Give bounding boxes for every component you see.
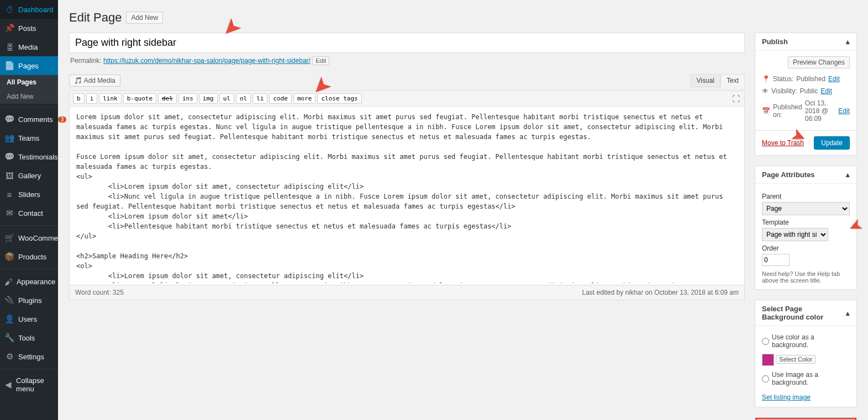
toolbar-li[interactable]: li (252, 93, 267, 104)
attrs-head[interactable]: Page Attributes▴ (755, 166, 856, 184)
permalink-edit-button[interactable]: Edit (312, 56, 329, 65)
menu-icon: 📌 (4, 23, 14, 33)
template-label: Template (762, 219, 850, 226)
toolbar-b-quote[interactable]: b-quote (123, 93, 156, 104)
menu-icon: ⚙ (4, 352, 14, 361)
sidebar-item-sliders[interactable]: ≡Sliders (0, 185, 58, 204)
menu-label: Contact (18, 209, 43, 217)
toolbar-code[interactable]: code (269, 93, 292, 104)
media-icon: 🎵 (74, 77, 82, 84)
sidebar-item-posts[interactable]: 📌Posts (0, 19, 58, 38)
bg-opt2-label: Use Image as a background. (772, 371, 850, 386)
preview-changes-button[interactable]: Preview Changes (788, 56, 850, 68)
order-input[interactable] (762, 254, 790, 266)
toolbar-b[interactable]: b (73, 93, 85, 104)
menu-label: Tools (18, 334, 35, 342)
update-button[interactable]: Update (814, 136, 850, 150)
visibility-value: Public (799, 87, 818, 95)
page-heading: Edit Page (69, 10, 122, 25)
bg-image-radio[interactable] (762, 375, 769, 382)
menu-label: Teams (18, 134, 39, 142)
submenu-add-new[interactable]: Add New (0, 89, 58, 104)
toggle-icon: ▴ (846, 171, 850, 179)
published-edit-link[interactable]: Edit (838, 107, 850, 115)
status-edit-link[interactable]: Edit (828, 75, 840, 83)
publish-title: Publish (762, 38, 788, 46)
sidebar-item-contact[interactable]: ✉Contact (0, 204, 58, 222)
toolbar-ul[interactable]: ul (219, 93, 234, 104)
menu-label: Media (18, 43, 38, 51)
sidebar-item-comments[interactable]: 💬Comments3 (0, 110, 58, 129)
permalink-row: Permalink: https://luzuk.com/demo/nikhar… (69, 53, 745, 68)
featured-head[interactable]: Featured Image▴ (755, 418, 856, 420)
toolbar-ins[interactable]: ins (178, 93, 197, 104)
toolbar-del[interactable]: del (158, 93, 177, 104)
published-value: Oct 13, 2018 @ 06:09 (805, 99, 836, 123)
toolbar-img[interactable]: img (199, 93, 218, 104)
menu-icon: 🛒 (4, 233, 14, 243)
toolbar-more[interactable]: more (293, 93, 316, 104)
status-value: Published (796, 75, 825, 83)
bg-color-radio[interactable] (762, 338, 769, 345)
published-label: Published on: (773, 103, 802, 119)
menu-label: Comments (18, 115, 53, 124)
sidebar-item-woocommerce[interactable]: 🛒WooCommerce (0, 228, 58, 247)
menu-label: Gallery (18, 172, 41, 180)
sidebar-item-tools[interactable]: 🔧Tools (0, 328, 58, 347)
sidebar-item-pages[interactable]: 📄Pages (0, 56, 58, 75)
sidebar-item-settings[interactable]: ⚙Settings (0, 347, 58, 366)
permalink-url[interactable]: https://luzuk.com/demo/nikhar-spa-salon/… (103, 57, 311, 65)
menu-icon: 👥 (4, 133, 14, 143)
sidebar-item-media[interactable]: 🎛Media (0, 38, 58, 56)
add-media-button[interactable]: 🎵 Add Media (69, 75, 120, 87)
menu-label: Testimonials (18, 153, 58, 161)
word-count: Word count: 325 (75, 289, 124, 296)
page-title-input[interactable] (69, 33, 745, 53)
attrs-help: Need help? Use the Help tab above the sc… (762, 270, 850, 284)
menu-icon: 🔧 (4, 333, 14, 343)
add-new-button[interactable]: Add New (126, 12, 163, 24)
sidebar-item-users[interactable]: 👤Users (0, 310, 58, 328)
menu-icon: 📦 (4, 252, 14, 262)
menu-icon: 🖌 (4, 277, 13, 286)
content-textarea[interactable] (70, 107, 744, 283)
parent-select[interactable]: Page (762, 202, 850, 215)
menu-label: Plugins (18, 296, 42, 305)
visibility-edit-link[interactable]: Edit (820, 87, 832, 95)
tab-visual[interactable]: Visual (691, 74, 720, 87)
sidebar-item-testimonials[interactable]: 💬Testimonials (0, 147, 58, 166)
sidebar-item-products[interactable]: 📦Products (0, 247, 58, 266)
publish-head[interactable]: Publish▴ (755, 33, 856, 51)
menu-label: Posts (18, 24, 36, 33)
collapse-menu[interactable]: ◀Collapse menu (0, 372, 58, 397)
menu-icon: 🖼 (4, 171, 14, 180)
sidebar-item-teams[interactable]: 👥Teams (0, 129, 58, 147)
move-to-trash-link[interactable]: Move to Trash (762, 139, 804, 147)
sidebar-item-plugins[interactable]: 🔌Plugins (0, 291, 58, 310)
toolbar-i[interactable]: i (86, 93, 98, 104)
sidebar-item-gallery[interactable]: 🖼Gallery (0, 166, 58, 185)
toolbar-link[interactable]: link (99, 93, 122, 104)
tab-text[interactable]: Text (720, 74, 745, 87)
menu-icon: 👤 (4, 314, 14, 324)
bg-head[interactable]: Select Page Background color▴ (755, 300, 856, 326)
editor-box: ➤ bilinkb-quotedelinsimgulollicodemorecl… (69, 91, 745, 300)
sidebar-item-dashboard[interactable]: ⏱Dashboard (0, 0, 58, 19)
template-select[interactable]: Page with right sidebar (762, 228, 828, 241)
fullscreen-icon[interactable]: ⛶ (732, 94, 740, 103)
submenu-all-pages[interactable]: All Pages (0, 75, 58, 89)
set-listing-image-link[interactable]: Set listing image (762, 394, 811, 401)
publish-box: Publish▴ Preview Changes 📍Status: Publis… (755, 33, 857, 156)
editor-toolbar: bilinkb-quotedelinsimgulollicodemoreclos… (70, 91, 744, 107)
color-preview[interactable] (762, 354, 774, 366)
editor-tabs: Visual Text (691, 74, 745, 87)
editor-status-bar: Word count: 325 Last edited by nikhar on… (70, 285, 744, 300)
toggle-icon: ▴ (846, 309, 850, 317)
toolbar-close-tags[interactable]: close tags (317, 93, 361, 104)
sidebar-item-appearance[interactable]: 🖌Appearance (0, 272, 58, 291)
select-color-button[interactable]: Select Color (776, 355, 816, 364)
toolbar-ol[interactable]: ol (236, 93, 251, 104)
featured-image-box: Featured Image▴ Click the image to edit … (755, 417, 857, 420)
menu-label: Users (18, 315, 37, 323)
menu-label: Settings (18, 353, 44, 361)
